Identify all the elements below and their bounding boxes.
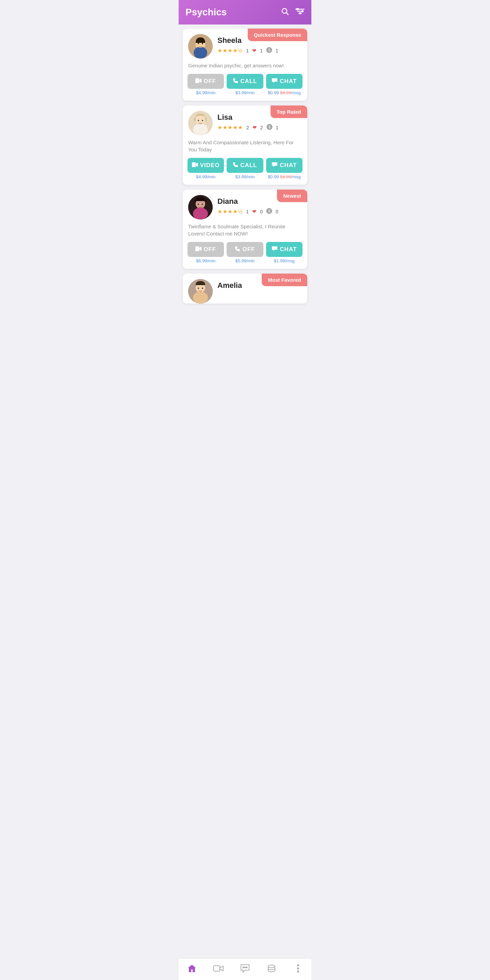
- call-button-lisa[interactable]: CALL: [227, 158, 263, 173]
- call-label-sheela: CALL: [240, 78, 257, 85]
- chat-button-sheela[interactable]: CHAT: [266, 74, 302, 89]
- coin-count-sheela: 1: [275, 48, 278, 53]
- video-call-icon: [213, 965, 224, 974]
- call-price-diana: $5.99/min: [235, 258, 255, 263]
- svg-point-22: [196, 115, 205, 124]
- call-icon-sheela: [233, 78, 238, 85]
- badge-diana: Newest: [277, 189, 307, 202]
- rating-count-sheela: 1: [246, 48, 249, 53]
- svg-point-7: [297, 8, 298, 10]
- nav-home[interactable]: [179, 964, 205, 975]
- action-col-chat-lisa: CHAT $0.99 $4.99/msg: [265, 158, 304, 179]
- coin-count-diana: 0: [275, 209, 278, 215]
- description-sheela: Genuine Indian psychic, get answers now!: [183, 59, 307, 74]
- svg-point-41: [198, 288, 199, 289]
- badge-sheela: Quickest Response: [248, 29, 307, 41]
- card-header-lisa: Lisa ★★★★★ 2 ❤ 2 $ 1 Top Rated: [183, 105, 307, 135]
- nav-video[interactable]: [205, 965, 232, 974]
- video-price-diana: $6.99/min: [196, 258, 215, 263]
- heart-icon-lisa: ❤: [253, 124, 257, 130]
- svg-marker-37: [199, 247, 202, 251]
- svg-marker-19: [199, 79, 202, 83]
- video-button-sheela[interactable]: OFF: [188, 74, 224, 89]
- chat-icon-diana: [272, 246, 278, 253]
- action-col-video-sheela: OFF $4.99/min: [186, 74, 225, 95]
- chat-label-diana: CHAT: [280, 246, 297, 253]
- actions-sheela: OFF $4.99/min CALL $3.99/min C: [183, 74, 307, 97]
- description-lisa: Warm And Compassionate Listening, Here F…: [183, 135, 307, 158]
- coin-icon-diana: $: [266, 208, 272, 215]
- svg-point-40: [193, 292, 208, 304]
- avatar-amelia: [188, 279, 213, 304]
- heart-count-sheela: 1: [260, 48, 263, 53]
- chat-price-diana: $1.99/msg: [274, 258, 295, 263]
- call-price-lisa: $3.99/min: [235, 174, 255, 179]
- video-price-lisa: $4.99/min: [196, 174, 215, 179]
- bottom-navigation: [179, 958, 311, 980]
- actions-diana: OFF $6.99/min OFF $5.99/min CH: [183, 242, 307, 266]
- video-button-lisa[interactable]: VIDEO: [188, 158, 224, 173]
- action-col-call-diana: OFF $5.99/min: [225, 242, 264, 263]
- video-icon-lisa: [192, 162, 198, 169]
- avatar-lisa: [188, 111, 213, 135]
- video-label-sheela: OFF: [204, 78, 216, 85]
- heart-icon-sheela: ❤: [252, 48, 256, 54]
- svg-point-8: [302, 11, 303, 12]
- action-col-chat-sheela: CHAT $0.99 $4.99/msg: [265, 74, 304, 95]
- home-icon: [187, 964, 197, 975]
- chat-label-sheela: CHAT: [280, 78, 297, 85]
- stats-row-diana: ★★★★½ 1 ❤ 0 $ 0: [218, 208, 302, 215]
- video-icon-diana: [195, 247, 202, 253]
- heart-count-lisa: 2: [260, 125, 263, 130]
- card-header-amelia: Amelia Most Favored: [183, 274, 307, 304]
- chat-price-original-sheela: $4.99: [280, 90, 291, 95]
- svg-point-21: [193, 124, 208, 135]
- more-icon: [297, 964, 299, 975]
- nav-coins[interactable]: [258, 964, 285, 975]
- svg-point-12: [194, 47, 207, 59]
- chat-button-lisa[interactable]: CHAT: [266, 158, 302, 173]
- call-price-sheela: $3.99/min: [235, 90, 255, 95]
- svg-point-48: [297, 964, 299, 966]
- coin-icon-sheela: $: [266, 47, 272, 54]
- svg-line-1: [286, 13, 288, 15]
- nav-chat[interactable]: [232, 964, 258, 975]
- heart-count-diana: 0: [260, 209, 263, 215]
- search-icon[interactable]: [281, 7, 289, 18]
- stars-diana: ★★★★½: [218, 208, 243, 215]
- psychic-card-diana: Diana ★★★★½ 1 ❤ 0 $ 0 Newest Twinflame &…: [183, 189, 307, 269]
- svg-point-47: [268, 965, 275, 968]
- call-button-diana[interactable]: OFF: [227, 242, 263, 257]
- psychic-card-amelia: Amelia Most Favored: [183, 274, 307, 304]
- description-diana: Twinflame & Soulmate Specialist, I Reuni…: [183, 220, 307, 242]
- chat-icon-sheela: [272, 78, 278, 85]
- card-header-sheela: Sheela ★★★★½ 1 ❤ 1 $ 1 Quickest Response: [183, 29, 307, 59]
- filter-icon[interactable]: [296, 7, 305, 18]
- svg-point-46: [247, 967, 247, 968]
- svg-point-49: [297, 967, 299, 969]
- svg-point-9: [299, 13, 301, 14]
- coins-icon: [267, 964, 276, 975]
- chat-label-lisa: CHAT: [280, 162, 297, 169]
- stars-lisa: ★★★★★: [218, 124, 243, 130]
- svg-rect-43: [214, 966, 220, 971]
- svg-text:$: $: [269, 125, 270, 129]
- chat-button-diana[interactable]: CHAT: [266, 242, 302, 257]
- nav-more[interactable]: [285, 964, 311, 975]
- svg-point-42: [202, 288, 203, 289]
- svg-point-33: [202, 204, 203, 205]
- action-col-video-lisa: VIDEO $4.99/min: [186, 158, 225, 179]
- video-button-diana[interactable]: OFF: [188, 242, 224, 257]
- video-label-lisa: VIDEO: [200, 162, 220, 169]
- svg-point-23: [198, 120, 199, 121]
- header-actions: [281, 7, 305, 18]
- chat-icon-lisa: [272, 162, 278, 169]
- svg-text:$: $: [268, 209, 270, 213]
- chat-nav-icon: [240, 964, 250, 975]
- action-col-video-diana: OFF $6.99/min: [186, 242, 225, 263]
- psychic-list: Sheela ★★★★½ 1 ❤ 1 $ 1 Quickest Response…: [179, 24, 311, 331]
- svg-point-50: [297, 970, 299, 972]
- call-button-sheela[interactable]: CALL: [227, 74, 263, 89]
- chat-price-lisa: $0.99 $4.99/msg: [268, 174, 301, 179]
- svg-point-44: [243, 967, 244, 968]
